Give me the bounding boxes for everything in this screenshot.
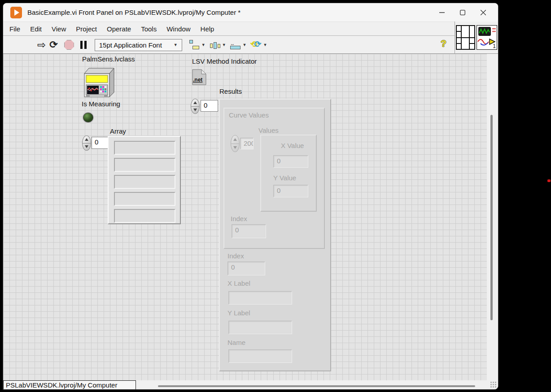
decrement-icon	[85, 145, 88, 148]
xy-value-frame: X Value 0 Y Value 0	[260, 135, 317, 212]
align-objects-icon	[188, 40, 200, 50]
lsv-method-indicator-label: LSV Method Indicator	[192, 57, 257, 65]
y-value-field: 0	[273, 185, 308, 197]
results-index-value[interactable]: 0	[201, 100, 218, 112]
x-value-label: X Value	[281, 142, 304, 149]
vi-run-count: 1	[493, 43, 496, 49]
menu-file[interactable]: File	[4, 23, 25, 35]
vertical-scrollbar-thumb[interactable]	[490, 115, 493, 320]
svg-text:.net: .net	[193, 77, 202, 83]
front-panel: PalmSens.lvclass Is Measuring Array	[3, 54, 487, 380]
index-field: 0	[227, 261, 265, 275]
chevron-down-icon: ▼	[174, 43, 178, 47]
array-element[interactable]	[114, 175, 175, 189]
array-element[interactable]	[114, 209, 175, 223]
run-icon: ⇨	[37, 40, 46, 50]
array-label: Array	[110, 127, 126, 135]
run-continuously-icon: ⟳	[49, 40, 57, 50]
reorder-objects-icon: ⟲ ⟳	[250, 40, 262, 50]
chevron-down-icon: ▼	[243, 43, 247, 47]
close-button[interactable]	[473, 3, 494, 22]
menu-view[interactable]: View	[47, 23, 71, 35]
array-container	[108, 136, 181, 224]
increment-icon	[85, 138, 88, 141]
menu-window[interactable]: Window	[162, 23, 195, 35]
run-button[interactable]: ⇨	[37, 38, 46, 52]
increment-icon	[193, 101, 197, 104]
resize-objects-icon: ↔	[230, 40, 241, 50]
menubar: File Edit View Project Operate Tools Win…	[3, 22, 498, 36]
menu-edit[interactable]: Edit	[25, 23, 47, 35]
statusbar: PSLabVIEWSDK.lvproj/My Computer	[3, 380, 498, 389]
index-label: Index	[227, 252, 244, 260]
menu-operate[interactable]: Operate	[102, 23, 136, 35]
font-selector-value: 15pt Application Font	[99, 41, 162, 49]
values-index-value: 200	[240, 138, 254, 149]
curve-values-label: Curve Values	[229, 111, 269, 119]
reorder-objects-button[interactable]: ⟲ ⟳ ▼	[250, 38, 267, 52]
vi-icon[interactable]: 1	[477, 25, 497, 50]
results-cluster: Curve Values Values 200 X Value 0 Y Valu…	[219, 99, 331, 371]
y-label-label: Y Label	[227, 309, 250, 317]
red-dot-artifact	[547, 179, 551, 182]
array-index-spinner[interactable]	[82, 135, 91, 151]
x-label-field	[228, 291, 292, 305]
x-value-field: 0	[273, 155, 308, 168]
minimize-button[interactable]	[432, 3, 452, 22]
abort-icon	[64, 40, 74, 50]
y-value-label: Y Value	[273, 174, 296, 182]
curve-values-frame: Curve Values Values 200 X Value 0 Y Valu…	[223, 108, 325, 249]
pause-icon	[80, 41, 87, 49]
chevron-down-icon: ▼	[201, 43, 206, 47]
titlebar: BasicExample.vi Front Panel on PSLabVIEW…	[3, 3, 498, 22]
inner-index-label: Index	[231, 215, 247, 222]
close-icon	[481, 10, 486, 15]
toolbar: ⇨ ⟳ 15pt Application Font ▼ ▼ ▼	[3, 36, 498, 54]
align-objects-button[interactable]: ▼	[188, 38, 206, 52]
increment-icon	[233, 138, 237, 141]
is-measuring-led-indicator	[83, 113, 93, 122]
decrement-icon	[233, 146, 237, 149]
window-title: BasicExample.vi Front Panel on PSLabVIEW…	[27, 9, 241, 16]
corner-icon-box: 1	[455, 22, 498, 54]
run-continuously-button[interactable]: ⟳	[49, 38, 57, 52]
font-selector[interactable]: 15pt Application Font ▼	[95, 39, 182, 51]
dotnet-refnum-icon[interactable]: .net	[192, 69, 207, 86]
name-label: Name	[227, 339, 245, 346]
abort-button[interactable]	[64, 38, 74, 52]
execution-target-box: PSLabVIEWSDK.lvproj/My Computer	[3, 380, 136, 389]
labview-logo-icon	[10, 7, 22, 18]
y-label-field	[228, 321, 292, 334]
connector-pane-icon	[456, 25, 475, 50]
minimize-icon	[439, 10, 445, 15]
labview-front-panel-window: BasicExample.vi Front Panel on PSLabVIEW…	[3, 3, 498, 389]
array-element[interactable]	[114, 192, 175, 206]
context-help-button[interactable]: ?	[441, 38, 446, 49]
x-label-label: X Label	[227, 279, 250, 287]
menu-help[interactable]: Help	[196, 23, 219, 35]
distribute-objects-button[interactable]: ▼	[209, 38, 226, 52]
menu-project[interactable]: Project	[71, 23, 102, 35]
inner-index-field: 0	[232, 224, 266, 238]
vertical-scrollbar[interactable]	[487, 54, 498, 380]
values-label: Values	[258, 126, 279, 134]
menu-tools[interactable]: Tools	[136, 23, 162, 35]
distribute-objects-icon	[209, 40, 221, 50]
array-element[interactable]	[114, 158, 175, 172]
resize-grip[interactable]	[490, 381, 496, 388]
chevron-down-icon: ▼	[222, 43, 226, 47]
chevron-down-icon: ▼	[263, 43, 267, 47]
palmsens-instrument-icon[interactable]	[82, 66, 116, 99]
array-element[interactable]	[114, 141, 175, 155]
decrement-icon	[193, 109, 197, 111]
maximize-button[interactable]	[452, 3, 473, 22]
resize-objects-button[interactable]: ↔ ▼	[230, 38, 247, 52]
array-index-value[interactable]: 0	[92, 137, 109, 149]
horizontal-scrollbar-thumb[interactable]	[158, 385, 475, 387]
maximize-icon	[460, 10, 465, 15]
values-index-spinner	[231, 135, 240, 152]
pause-button[interactable]	[80, 38, 87, 52]
name-field	[228, 349, 292, 363]
results-index-spinner[interactable]	[191, 99, 200, 114]
palmsens-label: PalmSens.lvclass	[82, 55, 135, 63]
